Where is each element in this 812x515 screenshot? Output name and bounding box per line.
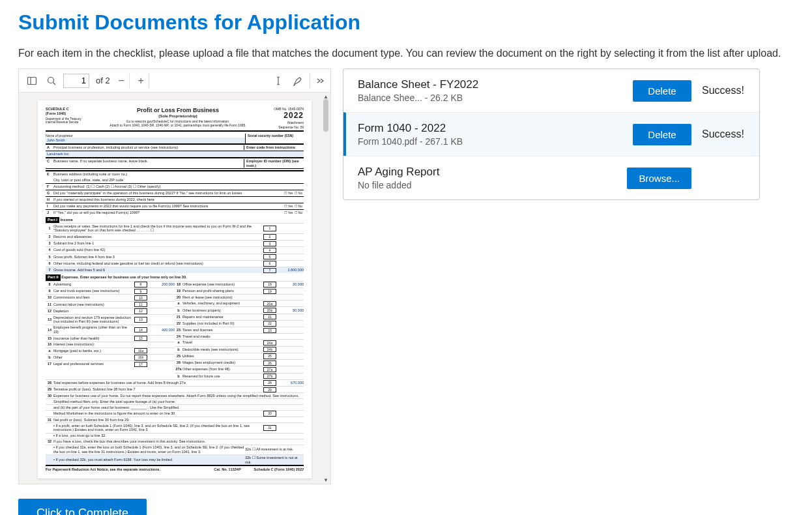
more-chevron-icon[interactable] <box>310 73 325 89</box>
form-label: (Form 1040) <box>46 111 91 116</box>
l20a: Vehicles, machinery, and equipment <box>182 301 262 306</box>
l20b: Other business property <box>182 308 262 313</box>
pdf-toolbar: of 2 − + <box>19 69 330 93</box>
l25: Utilities <box>182 354 262 359</box>
l24b: Deductible meals (see instructions) <box>182 347 262 352</box>
line7: Gross income. Add lines 5 and 6 <box>53 268 262 272</box>
checklist-item-status: Success! <box>702 85 747 96</box>
checklist-item-title: Form 1040 - 2022 <box>358 122 622 135</box>
checklist-item-status: Success! <box>702 128 747 140</box>
l31c: • If a loss, you must go to line 32. <box>53 434 304 438</box>
l31b: • If a profit, enter on both Schedule 1 … <box>53 424 262 433</box>
svg-line-3 <box>53 82 56 85</box>
part2-title: Expenses. Enter expenses for business us… <box>61 275 186 279</box>
part1-bar: Part I <box>46 217 59 224</box>
form-subtitle: (Sole Proprietorship) <box>91 114 265 119</box>
line-h: If you started or acquired this business… <box>53 198 154 202</box>
l30: Expenses for business use of your home. … <box>53 394 304 398</box>
checklist-item-sub: Balance Shee... - 26.2 KB <box>358 93 622 103</box>
l16b: Other <box>53 355 133 360</box>
l28-amt: 670,000 <box>278 381 304 385</box>
l17: Legal and professional services <box>53 362 133 366</box>
browse...-button[interactable]: Browse... <box>627 168 691 189</box>
l20b-amt: 50,000 <box>278 308 304 313</box>
l8: Advertising <box>53 282 133 287</box>
line2: Returns and allowances <box>53 235 262 239</box>
form-footer: Schedule C (Form 1040) 2022 <box>254 467 304 472</box>
schedule-label: SCHEDULE C <box>46 107 91 111</box>
scroll-thumb[interactable] <box>323 99 328 132</box>
checklist-item[interactable]: Balance Sheet - FY2022 Balance Shee... -… <box>343 69 759 112</box>
l22: Supplies (not included in Part III) <box>182 321 262 326</box>
proprietor-value: John Smith <box>46 138 245 143</box>
part1-title: Income <box>61 218 73 222</box>
checklist-item-title: Balance Sheet - FY2022 <box>358 78 622 91</box>
l24: Travel and meals: <box>182 334 304 339</box>
l19: Pension and profit-sharing plans <box>182 289 262 293</box>
zoom-in-button[interactable]: + <box>134 73 149 89</box>
pdf-scrollbar[interactable]: ▲ ▼ <box>321 93 330 484</box>
l30d: . Use the Simplified <box>148 405 179 409</box>
l20: Rent or lease (see instructions): <box>182 295 304 300</box>
line-b: Enter code from instructions <box>244 145 302 150</box>
checklist-panel: Balance Sheet - FY2022 Balance Shee... -… <box>343 68 760 200</box>
l32a-chk: 32a ☐ All investment is at risk. <box>245 447 304 452</box>
form-title: Profit or Loss From Business <box>91 107 265 114</box>
l24a: Travel <box>182 340 262 345</box>
line-a: Principal business or profession, includ… <box>53 145 244 150</box>
complete-button[interactable]: Click to Complete <box>18 499 147 515</box>
delete-button[interactable]: Delete <box>633 124 691 145</box>
pdf-body[interactable]: SCHEDULE C (Form 1040) Department of the… <box>19 93 330 484</box>
checklist-item-sub: Form 1040.pdf - 267.1 KB <box>358 136 622 147</box>
scroll-down-icon[interactable]: ▼ <box>323 477 328 482</box>
checklist-item[interactable]: Form 1040 - 2022 Form 1040.pdf - 267.1 K… <box>343 112 759 156</box>
l30b: Simplified method filers only: Enter the… <box>53 400 304 404</box>
line-f: Accounting method: (1) ☐ Cash (2) ☐ Accr… <box>53 184 160 189</box>
l9: Car and truck expenses (see instructions… <box>53 289 133 293</box>
l12: Depletion <box>53 309 133 314</box>
catno: Cat. No. 11334P <box>214 467 240 472</box>
line-i: Did you make any payments in 2022 that w… <box>53 204 284 209</box>
draw-icon[interactable] <box>290 73 306 89</box>
sequence-label: Sequence No. 09 <box>265 125 304 129</box>
zoom-out-button[interactable]: − <box>114 73 130 89</box>
l27a: Other expenses (from line 48) <box>182 367 262 372</box>
l32: If you have a loss, check the box that d… <box>53 439 304 444</box>
l13: Depreciation and section 179 expense ded… <box>53 316 133 325</box>
checklist-item[interactable]: AP Aging Report No file added Browse... <box>343 156 759 199</box>
l16a: Mortgage (paid to banks, etc.) <box>53 349 133 353</box>
instructions-text: For each item in the checklist, please u… <box>18 48 794 59</box>
l32b-chk: 32b ☐ Some investment is not at risk. <box>245 456 304 465</box>
page-count-label: of 2 <box>93 76 110 85</box>
line-a-value: Landmark Inc. <box>46 151 304 158</box>
form-year: 2022 <box>265 111 304 121</box>
l10: Commissions and fees <box>53 295 133 300</box>
scroll-up-icon[interactable]: ▲ <box>323 94 328 99</box>
line-g: Did you "materially participate" in the … <box>53 191 284 196</box>
l11: Contract labor (see instructions) <box>53 302 133 307</box>
svg-rect-0 <box>28 77 36 84</box>
line-e2: City, town or post office, state, and ZI… <box>53 178 123 183</box>
search-icon[interactable] <box>44 73 59 89</box>
l18-amt: 20,000 <box>278 282 304 287</box>
page-title: Submit Documents for Application <box>18 10 794 35</box>
l14-amt: 400,000 <box>149 328 175 332</box>
form-attach: Attach to Form 1040, 1040-SR, 1040-NR, o… <box>91 123 265 127</box>
l30c: and (b) the part of your home used for b… <box>53 405 130 409</box>
l30e: Method Worksheet in the instructions to … <box>53 411 262 416</box>
paperwork: For Paperwork Reduction Act Notice, see … <box>46 467 214 472</box>
irs-label: Internal Revenue Service <box>46 121 91 125</box>
delete-button[interactable]: Delete <box>633 80 691 102</box>
text-cursor-icon[interactable] <box>270 73 286 89</box>
l21: Repairs and maintenance <box>182 315 262 319</box>
page-number-input[interactable] <box>63 74 89 88</box>
l23: Taxes and licenses <box>182 328 262 332</box>
line4: Cost of goods sold (from line 42) <box>53 248 262 252</box>
line-j: If "Yes," did you or will you file requi… <box>53 211 284 215</box>
l27b: Reserved for future use <box>182 374 262 379</box>
panel-toggle-icon[interactable] <box>24 73 40 89</box>
l8-amt: 200,000 <box>149 282 175 287</box>
line6: Other income, including federal and stat… <box>53 261 262 266</box>
line5: Gross profit. Subtract line 4 from line … <box>53 255 262 259</box>
svg-point-2 <box>48 77 54 83</box>
